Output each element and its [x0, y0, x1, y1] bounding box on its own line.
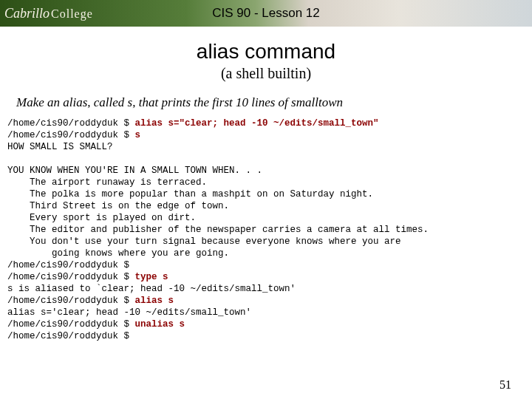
logo-serif: College — [51, 7, 93, 21]
instruction-text: Make an alias, called s, that prints the… — [16, 95, 532, 110]
page-number: 51 — [499, 378, 511, 392]
cmd-type-s: type s — [135, 272, 168, 282]
prompt: /home/cis90/roddyduk $ — [7, 130, 135, 140]
out-line: going knows where you are going. — [7, 248, 229, 259]
out-line: Every sport is played on dirt. — [7, 213, 196, 223]
out-line: YOU KNOW WHEN YOU'RE IN A SMALL TOWN WHE… — [7, 166, 262, 176]
out-line: HOW SMALL IS SMALL? — [7, 142, 113, 152]
out-line: alias s='clear; head -10 ~/edits/small_t… — [7, 307, 251, 318]
prompt: /home/cis90/roddyduk $ — [7, 296, 135, 306]
out-line: The airport runaway is terraced. — [7, 177, 207, 188]
prompt: /home/cis90/roddyduk $ — [7, 118, 135, 129]
out-line: The polka is more popular than a mashpit… — [7, 189, 373, 200]
logo-script: Cabrillo — [4, 6, 50, 21]
prompt: /home/cis90/roddyduk $ — [7, 272, 135, 282]
cmd-alias-s: alias s — [135, 296, 174, 306]
out-line: Third Street is on the edge of town. — [7, 201, 229, 211]
logo: Cabrillo College — [0, 6, 93, 21]
terminal-output: /home/cis90/roddyduk $ alias s="clear; h… — [7, 117, 525, 342]
slide-title: alias command — [0, 40, 532, 64]
cmd-alias-def: alias s="clear; head -10 ~/edits/small_t… — [135, 118, 379, 129]
out-line: s is aliased to `clear; head -10 ~/edits… — [7, 284, 296, 294]
out-line: You don't use your turn signal because e… — [7, 236, 401, 247]
header-bar: Cabrillo College CIS 90 - Lesson 12 — [0, 0, 532, 27]
cmd-unalias-s: unalias s — [135, 319, 185, 330]
prompt: /home/cis90/roddyduk $ — [7, 331, 135, 341]
course-title: CIS 90 - Lesson 12 — [212, 6, 320, 21]
out-line: The editor and publisher of the newspape… — [7, 225, 429, 235]
slide-subtitle: (a shell builtin) — [0, 65, 532, 82]
cmd-run-s: s — [135, 130, 141, 140]
prompt: /home/cis90/roddyduk $ — [7, 319, 135, 330]
prompt: /home/cis90/roddyduk $ — [7, 260, 135, 270]
